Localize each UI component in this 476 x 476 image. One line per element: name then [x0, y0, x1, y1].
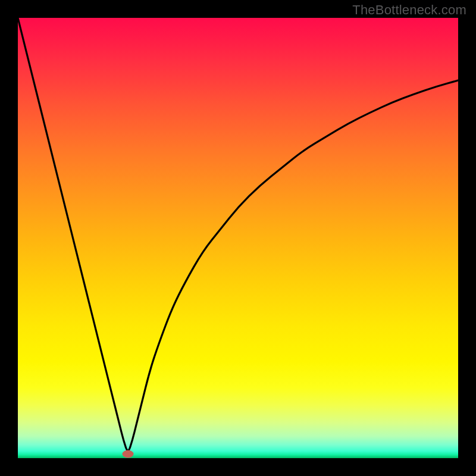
- plot-area: [18, 18, 458, 458]
- curve-svg: [18, 18, 458, 458]
- chart-frame: TheBottleneck.com: [0, 0, 476, 476]
- watermark-text: TheBottleneck.com: [352, 2, 466, 18]
- bottleneck-curve: [18, 18, 458, 450]
- optimum-marker: [123, 450, 134, 458]
